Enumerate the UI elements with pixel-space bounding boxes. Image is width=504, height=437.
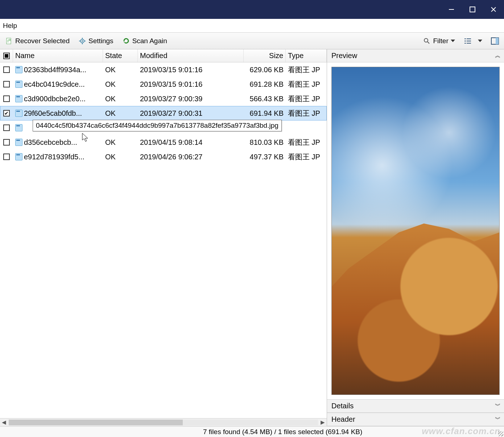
gear-icon	[78, 37, 86, 45]
status-text: 7 files found (4.54 MB) / 1 files select…	[203, 428, 362, 436]
row-checkbox[interactable]	[0, 110, 13, 117]
file-icon	[15, 139, 22, 146]
row-checkbox[interactable]	[0, 154, 13, 160]
preview-pane: Preview ︽ Details ︾ Header ︾	[327, 49, 504, 426]
maximize-button[interactable]	[462, 0, 483, 19]
file-icon	[15, 66, 22, 73]
row-size: 691.28 KB	[244, 80, 286, 89]
preview-image	[331, 67, 500, 395]
file-icon	[15, 124, 22, 131]
row-size: 566.43 KB	[244, 95, 286, 103]
file-icon	[15, 153, 22, 160]
row-state: OK	[103, 109, 138, 118]
settings-label: Settings	[88, 37, 113, 45]
filter-dropdown[interactable]: Filter	[421, 36, 456, 46]
table-row[interactable]: e912d781939fd5...OK2019/04/26 9:06:27497…	[0, 150, 327, 164]
table-row[interactable]: 29f60e5cab0fdb...OK2019/03/27 9:00:31691…	[0, 106, 327, 121]
row-modified: 2019/03/27 9:00:39	[138, 95, 244, 103]
row-checkbox[interactable]	[0, 139, 13, 146]
list-view-icon	[464, 38, 472, 44]
search-icon	[423, 37, 431, 45]
row-checkbox[interactable]	[0, 124, 13, 131]
table-row[interactable]: 02363bd4ff9934a...OK2019/03/15 9:01:1662…	[0, 62, 327, 77]
details-title: Details	[331, 402, 354, 410]
row-size: 497.37 KB	[244, 153, 286, 161]
row-state: OK	[103, 80, 138, 89]
row-size: 810.03 KB	[244, 138, 286, 147]
view-mode-dropdown[interactable]	[462, 36, 484, 46]
chevron-down-icon	[451, 40, 455, 42]
row-modified: 2019/04/26 9:06:27	[138, 153, 244, 161]
table-row[interactable]: d356cebcebcb...OK2019/04/15 9:08:14810.0…	[0, 135, 327, 150]
file-list-pane: Name State Modified Size Type 02363bd4ff…	[0, 49, 327, 426]
row-type: 看图王 JP	[286, 79, 327, 89]
toggle-panel-button[interactable]	[489, 37, 500, 45]
column-modified[interactable]: Modified	[138, 49, 244, 62]
expand-icon[interactable]: ︾	[495, 402, 500, 410]
row-name: c3d900dbcbe2e0...	[13, 95, 103, 103]
recover-label: Recover Selected	[15, 37, 70, 45]
resize-grip[interactable]	[498, 431, 503, 436]
minimize-button[interactable]	[441, 0, 462, 19]
svg-rect-20	[496, 38, 499, 44]
close-button[interactable]	[483, 0, 504, 19]
status-bar: 7 files found (4.54 MB) / 1 files select…	[0, 426, 504, 437]
table-row[interactable]: ec4bc0419c9dce...OK2019/03/15 9:01:16691…	[0, 77, 327, 91]
row-state: OK	[103, 95, 138, 103]
collapse-icon[interactable]: ︽	[495, 52, 500, 60]
preview-header[interactable]: Preview ︽	[327, 49, 504, 62]
header-checkbox[interactable]	[0, 49, 13, 62]
svg-rect-4	[7, 38, 11, 44]
file-icon	[15, 95, 22, 102]
file-rows: 02363bd4ff9934a...OK2019/03/15 9:01:1662…	[0, 62, 327, 418]
details-header[interactable]: Details ︾	[327, 399, 504, 413]
row-modified: 2019/03/15 9:01:16	[138, 66, 244, 74]
row-state: OK	[103, 153, 138, 161]
recover-icon	[5, 37, 13, 45]
scroll-right-icon[interactable]: ►	[319, 418, 327, 426]
header-panel-header[interactable]: Header ︾	[327, 413, 504, 426]
row-modified: 2019/03/27 9:00:31	[138, 109, 244, 118]
menu-help[interactable]: Help	[0, 20, 20, 31]
recover-selected-button[interactable]: Recover Selected	[4, 36, 71, 46]
filter-label: Filter	[433, 37, 448, 45]
expand-icon[interactable]: ︾	[495, 416, 500, 423]
menubar: Help	[0, 19, 504, 33]
scroll-thumb[interactable]	[9, 420, 183, 425]
watermark: www.cfan.com.cn	[422, 426, 500, 436]
scan-again-label: Scan Again	[132, 37, 167, 45]
scroll-track[interactable]	[9, 420, 318, 425]
scan-again-button[interactable]: Scan Again	[121, 36, 169, 46]
header-title: Header	[331, 415, 355, 424]
row-checkbox[interactable]	[0, 81, 13, 87]
row-checkbox[interactable]	[0, 66, 13, 73]
column-type[interactable]: Type	[286, 49, 327, 62]
row-type: 看图王 JP	[286, 109, 327, 118]
preview-title: Preview	[331, 52, 357, 60]
row-modified: 2019/03/15 9:01:16	[138, 80, 244, 89]
table-row[interactable]: c3d900dbcbe2e0...OK2019/03/27 9:00:39566…	[0, 91, 327, 106]
column-state[interactable]: State	[103, 49, 138, 62]
toolbar: Recover Selected Settings Scan Again Fil…	[0, 33, 504, 49]
row-type: 看图王 JP	[286, 152, 327, 162]
svg-line-12	[427, 42, 429, 44]
column-name[interactable]: Name	[13, 49, 103, 62]
chevron-down-icon	[478, 40, 482, 42]
preview-image-area	[327, 62, 504, 399]
row-size: 629.06 KB	[244, 66, 286, 74]
svg-point-6	[82, 40, 83, 42]
refresh-icon	[122, 37, 130, 45]
row-type: 看图王 JP	[286, 94, 327, 104]
svg-rect-1	[470, 7, 475, 12]
panel-icon	[491, 37, 499, 45]
file-icon	[15, 110, 22, 117]
row-name: 29f60e5cab0fdb...	[13, 109, 103, 118]
settings-button[interactable]: Settings	[77, 36, 115, 46]
row-state: OK	[103, 66, 138, 74]
column-size[interactable]: Size	[244, 49, 286, 62]
window-titlebar	[0, 0, 504, 19]
scroll-left-icon[interactable]: ◄	[0, 418, 8, 426]
row-state: OK	[103, 138, 138, 147]
row-checkbox[interactable]	[0, 95, 13, 102]
horizontal-scrollbar[interactable]: ◄ ►	[0, 418, 327, 426]
